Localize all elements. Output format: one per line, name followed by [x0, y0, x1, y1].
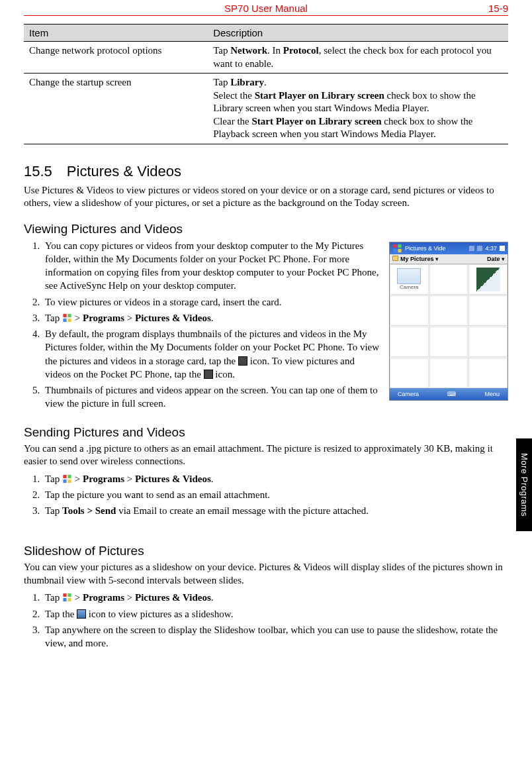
- list-item: Tap the icon to view pictures as a slide…: [42, 607, 508, 621]
- settings-table: Item Description Change network protocol…: [24, 24, 508, 144]
- folder-icon: [392, 256, 398, 261]
- start-icon: [62, 313, 72, 323]
- slideshow-intro: You can view your pictures as a slidesho…: [24, 561, 508, 587]
- svg-rect-9: [67, 474, 71, 478]
- thumbnail-empty: [429, 327, 468, 357]
- thumbnail-empty: [429, 264, 468, 295]
- list-item: Tap anywhere on the screen to display th…: [42, 623, 508, 650]
- thumbnail-camera: Camera: [390, 264, 429, 295]
- table-cell-desc: Tap Network. In Protocol, select the che…: [208, 42, 508, 74]
- sending-steps: Tap > Programs > Pictures & Videos. Tap …: [24, 472, 508, 518]
- subsection-heading: Viewing Pictures and Videos: [24, 222, 508, 236]
- screenshot-softkeys: Camera ⌨ Menu: [390, 388, 508, 400]
- svg-rect-13: [67, 593, 71, 597]
- subsection-heading: Slideshow of Pictures: [24, 544, 508, 558]
- subsection-heading: Sending Pictures and Videos: [24, 425, 508, 440]
- keyboard-icon: ⌨: [447, 391, 456, 397]
- start-icon: [62, 474, 72, 483]
- svg-rect-1: [398, 244, 401, 247]
- slideshow-icon: [77, 609, 86, 619]
- list-item: Tap the picture you want to send as an e…: [42, 488, 508, 501]
- screenshot-folder: My Pictures: [400, 256, 434, 262]
- start-icon: [62, 593, 72, 602]
- thumbnail-empty: [468, 358, 508, 388]
- screenshot-sort: Date: [487, 256, 500, 262]
- header-title: SP70 User Manual: [57, 3, 475, 14]
- thumbnail-image: [468, 264, 508, 295]
- table-row: Change network protocol options Tap Netw…: [24, 42, 508, 74]
- svg-rect-4: [63, 314, 66, 317]
- section-heading: 15.5 Pictures & Videos: [24, 163, 508, 180]
- svg-rect-8: [63, 474, 66, 478]
- page-header: SP70 User Manual 15-9: [24, 0, 508, 15]
- list-item: Tap > Programs > Pictures & Videos.: [42, 472, 508, 485]
- list-item: Tap > Programs > Pictures & Videos.: [42, 591, 508, 604]
- thumbnail-grid: Camera: [390, 264, 508, 388]
- screenshot-time: 4:37: [485, 245, 497, 252]
- section-intro: Use Pictures & Videos to view pictures o…: [24, 184, 508, 210]
- svg-rect-11: [67, 479, 71, 482]
- table-header-description: Description: [208, 25, 508, 42]
- side-tab: More Programs: [516, 438, 532, 531]
- thumbnail-empty: [429, 358, 468, 388]
- start-icon: [392, 244, 402, 253]
- slideshow-steps: Tap > Programs > Pictures & Videos. Tap …: [24, 591, 508, 650]
- thumbnail-empty: [390, 327, 429, 357]
- softkey-right: Menu: [484, 391, 500, 397]
- screenshot-titlebar: Pictures & Vide 4:37: [390, 242, 508, 254]
- screenshot-toolbar: My Pictures ▾ Date ▾: [390, 254, 508, 264]
- thumbnail-empty: [429, 295, 468, 326]
- svg-rect-15: [67, 598, 71, 601]
- device-icon: [204, 370, 213, 379]
- side-tab-label: More Programs: [519, 453, 529, 517]
- thumbnail-empty: [390, 358, 429, 388]
- svg-rect-0: [393, 244, 396, 247]
- softkey-left: Camera: [398, 391, 419, 397]
- storage-card-icon: [238, 356, 247, 366]
- thumbnail-empty: [390, 295, 429, 326]
- volume-icon: [477, 246, 482, 251]
- svg-rect-5: [67, 314, 71, 317]
- table-cell-item: Change the startup screen: [24, 74, 208, 144]
- header-page-number: 15-9: [475, 3, 508, 14]
- table-cell-desc: Tap Library.Select the Start Player on L…: [208, 74, 508, 144]
- device-screenshot: Pictures & Vide 4:37 My Pictures ▾ Date …: [389, 242, 508, 401]
- list-item: Tap Tools > Send via Email to create an …: [42, 504, 508, 517]
- table-header-item: Item: [24, 25, 208, 42]
- table-row: Change the startup screen Tap Library.Se…: [24, 74, 508, 144]
- thumbnail-empty: [468, 327, 508, 357]
- screenshot-title: Pictures & Vide: [405, 245, 445, 252]
- table-cell-item: Change network protocol options: [24, 42, 208, 74]
- svg-rect-14: [63, 598, 66, 601]
- signal-icon: [469, 246, 474, 251]
- svg-rect-7: [67, 319, 71, 322]
- sending-intro: You can send a .jpg picture to others as…: [24, 442, 508, 468]
- thumbnail-empty: [468, 295, 508, 326]
- svg-rect-3: [398, 248, 401, 252]
- svg-rect-12: [63, 593, 66, 597]
- close-icon: [500, 246, 505, 251]
- svg-rect-10: [63, 479, 66, 482]
- svg-rect-6: [63, 319, 66, 322]
- svg-rect-2: [393, 248, 396, 252]
